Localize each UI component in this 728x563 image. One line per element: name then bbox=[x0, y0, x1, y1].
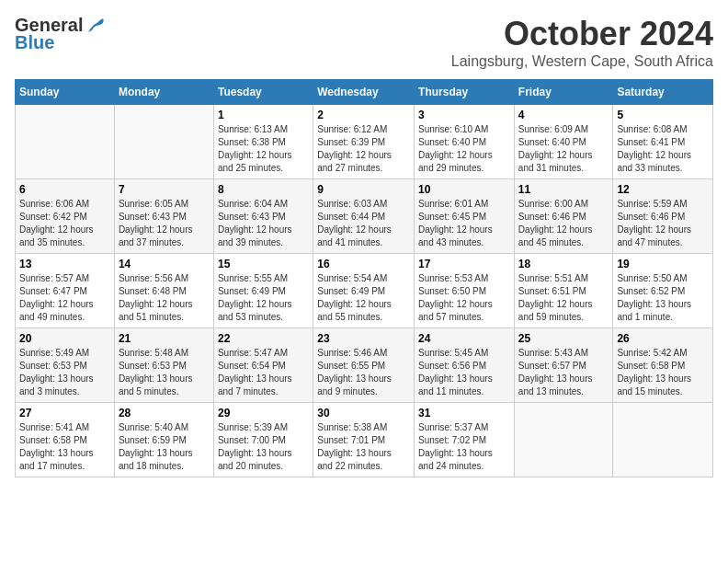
day-number: 14 bbox=[119, 258, 210, 270]
day-info: Sunrise: 5:42 AM Sunset: 6:58 PM Dayligh… bbox=[617, 347, 709, 398]
day-number: 4 bbox=[518, 109, 609, 121]
logo-blue: Blue bbox=[15, 32, 54, 53]
day-number: 31 bbox=[418, 407, 510, 419]
calendar-cell: 5Sunrise: 6:08 AM Sunset: 6:41 PM Daylig… bbox=[613, 105, 713, 179]
calendar-cell: 1Sunrise: 6:13 AM Sunset: 6:38 PM Daylig… bbox=[213, 105, 313, 179]
calendar-cell: 26Sunrise: 5:42 AM Sunset: 6:58 PM Dayli… bbox=[613, 328, 713, 403]
day-number: 11 bbox=[518, 183, 609, 196]
col-header-thursday: Thursday bbox=[415, 80, 515, 105]
col-header-tuesday: Tuesday bbox=[213, 80, 313, 105]
day-number: 28 bbox=[119, 407, 210, 419]
calendar-cell: 23Sunrise: 5:46 AM Sunset: 6:55 PM Dayli… bbox=[313, 328, 415, 403]
day-number: 18 bbox=[518, 258, 609, 270]
col-header-friday: Friday bbox=[514, 80, 613, 105]
calendar-cell: 13Sunrise: 5:57 AM Sunset: 6:47 PM Dayli… bbox=[16, 254, 115, 328]
logo: General Blue bbox=[15, 15, 105, 53]
calendar-cell: 11Sunrise: 6:00 AM Sunset: 6:46 PM Dayli… bbox=[514, 179, 613, 254]
day-number: 9 bbox=[317, 183, 410, 196]
calendar-table: SundayMondayTuesdayWednesdayThursdayFrid… bbox=[15, 79, 713, 477]
day-number: 17 bbox=[418, 258, 510, 270]
day-number: 25 bbox=[518, 332, 609, 345]
day-info: Sunrise: 5:49 AM Sunset: 6:53 PM Dayligh… bbox=[19, 347, 110, 398]
day-number: 19 bbox=[617, 258, 709, 270]
day-info: Sunrise: 5:46 AM Sunset: 6:55 PM Dayligh… bbox=[317, 347, 410, 398]
day-number: 22 bbox=[218, 332, 309, 345]
day-info: Sunrise: 5:56 AM Sunset: 6:48 PM Dayligh… bbox=[119, 272, 210, 324]
day-info: Sunrise: 5:45 AM Sunset: 6:56 PM Dayligh… bbox=[418, 347, 510, 398]
day-info: Sunrise: 6:04 AM Sunset: 6:43 PM Dayligh… bbox=[218, 198, 309, 249]
month-title: October 2024 bbox=[451, 15, 713, 53]
day-number: 16 bbox=[317, 258, 410, 270]
week-row-2: 6Sunrise: 6:06 AM Sunset: 6:42 PM Daylig… bbox=[16, 179, 713, 254]
day-info: Sunrise: 6:10 AM Sunset: 6:40 PM Dayligh… bbox=[418, 123, 510, 175]
calendar-cell: 8Sunrise: 6:04 AM Sunset: 6:43 PM Daylig… bbox=[213, 179, 313, 254]
day-number: 2 bbox=[317, 109, 410, 121]
day-number: 5 bbox=[617, 109, 709, 121]
day-info: Sunrise: 5:38 AM Sunset: 7:01 PM Dayligh… bbox=[317, 421, 410, 473]
calendar-cell: 24Sunrise: 5:45 AM Sunset: 6:56 PM Dayli… bbox=[415, 328, 515, 403]
calendar-cell: 20Sunrise: 5:49 AM Sunset: 6:53 PM Dayli… bbox=[16, 328, 115, 403]
col-header-wednesday: Wednesday bbox=[313, 80, 415, 105]
calendar-cell: 30Sunrise: 5:38 AM Sunset: 7:01 PM Dayli… bbox=[313, 403, 415, 477]
week-row-1: 1Sunrise: 6:13 AM Sunset: 6:38 PM Daylig… bbox=[16, 105, 713, 179]
day-info: Sunrise: 5:47 AM Sunset: 6:54 PM Dayligh… bbox=[218, 347, 309, 398]
calendar-cell: 9Sunrise: 6:03 AM Sunset: 6:44 PM Daylig… bbox=[313, 179, 415, 254]
calendar-cell: 12Sunrise: 5:59 AM Sunset: 6:46 PM Dayli… bbox=[613, 179, 713, 254]
calendar-cell: 28Sunrise: 5:40 AM Sunset: 6:59 PM Dayli… bbox=[114, 403, 213, 477]
day-number: 15 bbox=[218, 258, 309, 270]
col-header-monday: Monday bbox=[114, 80, 213, 105]
calendar-cell: 25Sunrise: 5:43 AM Sunset: 6:57 PM Dayli… bbox=[514, 328, 613, 403]
day-info: Sunrise: 5:39 AM Sunset: 7:00 PM Dayligh… bbox=[218, 421, 309, 473]
logo-bird-icon bbox=[85, 17, 105, 34]
calendar-cell: 16Sunrise: 5:54 AM Sunset: 6:49 PM Dayli… bbox=[313, 254, 415, 328]
calendar-cell: 6Sunrise: 6:06 AM Sunset: 6:42 PM Daylig… bbox=[16, 179, 115, 254]
day-info: Sunrise: 6:03 AM Sunset: 6:44 PM Dayligh… bbox=[317, 198, 410, 249]
day-number: 26 bbox=[617, 332, 709, 345]
day-number: 12 bbox=[617, 183, 709, 196]
calendar-cell: 29Sunrise: 5:39 AM Sunset: 7:00 PM Dayli… bbox=[213, 403, 313, 477]
day-number: 21 bbox=[119, 332, 210, 345]
calendar-cell: 18Sunrise: 5:51 AM Sunset: 6:51 PM Dayli… bbox=[514, 254, 613, 328]
week-row-3: 13Sunrise: 5:57 AM Sunset: 6:47 PM Dayli… bbox=[16, 254, 713, 328]
day-info: Sunrise: 6:13 AM Sunset: 6:38 PM Dayligh… bbox=[218, 123, 309, 175]
calendar-cell: 17Sunrise: 5:53 AM Sunset: 6:50 PM Dayli… bbox=[415, 254, 515, 328]
week-row-5: 27Sunrise: 5:41 AM Sunset: 6:58 PM Dayli… bbox=[16, 403, 713, 477]
calendar-cell: 15Sunrise: 5:55 AM Sunset: 6:49 PM Dayli… bbox=[213, 254, 313, 328]
day-number: 6 bbox=[19, 183, 110, 196]
calendar-cell bbox=[613, 403, 713, 477]
calendar-cell: 4Sunrise: 6:09 AM Sunset: 6:40 PM Daylig… bbox=[514, 105, 613, 179]
day-info: Sunrise: 6:12 AM Sunset: 6:39 PM Dayligh… bbox=[317, 123, 410, 175]
day-number: 30 bbox=[317, 407, 410, 419]
day-number: 1 bbox=[218, 109, 309, 121]
day-info: Sunrise: 5:40 AM Sunset: 6:59 PM Dayligh… bbox=[119, 421, 210, 473]
day-info: Sunrise: 5:59 AM Sunset: 6:46 PM Dayligh… bbox=[617, 198, 709, 249]
calendar-cell: 21Sunrise: 5:48 AM Sunset: 6:53 PM Dayli… bbox=[114, 328, 213, 403]
day-info: Sunrise: 6:01 AM Sunset: 6:45 PM Dayligh… bbox=[418, 198, 510, 249]
day-number: 3 bbox=[418, 109, 510, 121]
day-number: 7 bbox=[119, 183, 210, 196]
header: General Blue October 2024 Laingsburg, We… bbox=[15, 15, 713, 70]
calendar-cell: 19Sunrise: 5:50 AM Sunset: 6:52 PM Dayli… bbox=[613, 254, 713, 328]
day-info: Sunrise: 5:48 AM Sunset: 6:53 PM Dayligh… bbox=[119, 347, 210, 398]
day-number: 13 bbox=[19, 258, 110, 270]
calendar-cell: 3Sunrise: 6:10 AM Sunset: 6:40 PM Daylig… bbox=[415, 105, 515, 179]
day-info: Sunrise: 5:55 AM Sunset: 6:49 PM Dayligh… bbox=[218, 272, 309, 324]
calendar-cell: 22Sunrise: 5:47 AM Sunset: 6:54 PM Dayli… bbox=[213, 328, 313, 403]
calendar-cell: 7Sunrise: 6:05 AM Sunset: 6:43 PM Daylig… bbox=[114, 179, 213, 254]
day-info: Sunrise: 5:57 AM Sunset: 6:47 PM Dayligh… bbox=[19, 272, 110, 324]
calendar-cell bbox=[114, 105, 213, 179]
day-number: 8 bbox=[218, 183, 309, 196]
day-info: Sunrise: 6:00 AM Sunset: 6:46 PM Dayligh… bbox=[518, 198, 609, 249]
day-info: Sunrise: 5:53 AM Sunset: 6:50 PM Dayligh… bbox=[418, 272, 510, 324]
col-header-sunday: Sunday bbox=[16, 80, 115, 105]
calendar-cell: 10Sunrise: 6:01 AM Sunset: 6:45 PM Dayli… bbox=[415, 179, 515, 254]
day-info: Sunrise: 5:51 AM Sunset: 6:51 PM Dayligh… bbox=[518, 272, 609, 324]
day-info: Sunrise: 5:37 AM Sunset: 7:02 PM Dayligh… bbox=[418, 421, 510, 473]
calendar-cell: 27Sunrise: 5:41 AM Sunset: 6:58 PM Dayli… bbox=[16, 403, 115, 477]
col-header-saturday: Saturday bbox=[613, 80, 713, 105]
day-info: Sunrise: 5:54 AM Sunset: 6:49 PM Dayligh… bbox=[317, 272, 410, 324]
day-info: Sunrise: 6:09 AM Sunset: 6:40 PM Dayligh… bbox=[518, 123, 609, 175]
calendar-cell: 2Sunrise: 6:12 AM Sunset: 6:39 PM Daylig… bbox=[313, 105, 415, 179]
day-number: 27 bbox=[19, 407, 110, 419]
calendar-cell bbox=[16, 105, 115, 179]
